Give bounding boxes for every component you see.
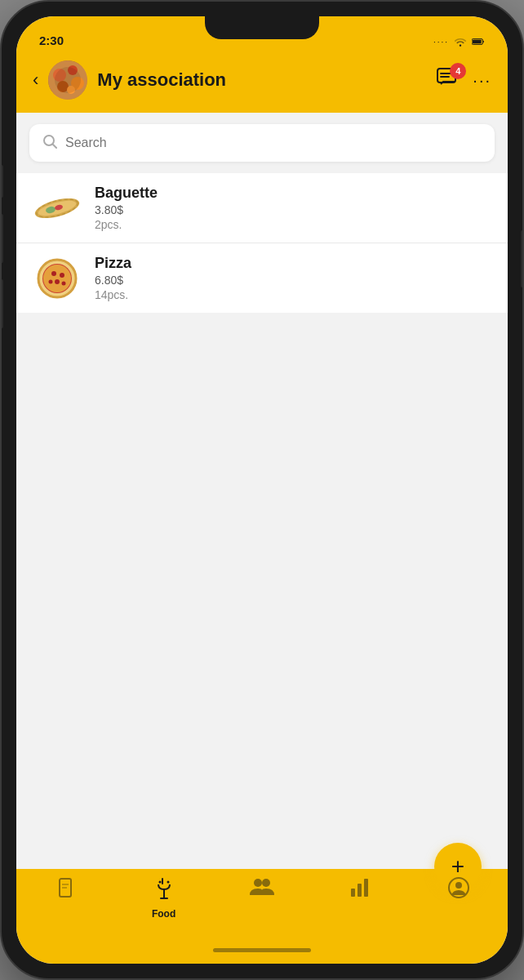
status-icons: ···· <box>433 36 485 47</box>
svg-rect-8 <box>55 67 81 93</box>
account-icon <box>448 877 469 903</box>
svg-rect-28 <box>62 887 67 889</box>
more-button[interactable]: ··· <box>473 71 491 90</box>
item-image-pizza <box>33 258 82 299</box>
svg-point-33 <box>167 881 169 884</box>
nav-item-drink[interactable] <box>16 877 114 905</box>
bottom-nav: Food <box>16 869 508 936</box>
svg-point-34 <box>254 879 262 887</box>
items-list: Baguette 3.80$ 2pcs. <box>16 173 508 313</box>
svg-rect-27 <box>62 884 69 885</box>
page-title: My association <box>97 69 427 91</box>
home-bar <box>213 948 311 952</box>
svg-point-10 <box>44 136 54 145</box>
search-container <box>16 113 508 173</box>
svg-point-32 <box>158 881 161 884</box>
stats-icon <box>349 877 371 902</box>
svg-point-23 <box>49 279 53 283</box>
search-icon <box>42 134 57 152</box>
svg-point-21 <box>60 273 64 278</box>
content-spacer <box>16 319 508 869</box>
svg-rect-1 <box>473 40 482 44</box>
nav-item-people[interactable] <box>213 877 311 902</box>
back-button[interactable]: ‹ <box>33 71 38 89</box>
item-name: Pizza <box>95 255 131 272</box>
svg-rect-31 <box>160 898 168 899</box>
avatar[interactable] <box>48 60 87 100</box>
svg-rect-38 <box>364 879 368 897</box>
svg-rect-29 <box>162 878 163 884</box>
list-item[interactable]: Pizza 6.80$ 14pcs. <box>16 243 508 313</box>
drink-icon <box>56 877 75 905</box>
phone-frame: 2:30 ···· ‹ <box>0 0 524 980</box>
nav-item-account[interactable] <box>410 877 508 903</box>
item-name: Baguette <box>95 185 158 202</box>
content-area: Baguette 3.80$ 2pcs. <box>16 113 508 869</box>
header: ‹ My association <box>16 52 508 113</box>
nav-item-food[interactable]: Food <box>114 877 212 920</box>
svg-point-24 <box>62 281 66 285</box>
phone-screen: 2:30 ···· ‹ <box>16 16 508 964</box>
nav-item-stats[interactable] <box>311 877 409 902</box>
food-icon <box>153 877 175 905</box>
search-input[interactable] <box>65 136 482 150</box>
people-icon <box>250 877 274 902</box>
svg-rect-30 <box>163 889 165 898</box>
item-image-baguette <box>33 188 82 229</box>
svg-point-20 <box>51 271 56 276</box>
header-actions: 4 ··· <box>437 68 491 92</box>
item-qty: 2pcs. <box>95 218 158 231</box>
item-price: 3.80$ <box>95 203 158 216</box>
status-time: 2:30 <box>39 33 64 47</box>
wifi-icon <box>454 36 467 47</box>
svg-rect-37 <box>357 884 362 897</box>
item-info-pizza: Pizza 6.80$ 14pcs. <box>95 255 131 301</box>
svg-point-40 <box>455 882 462 889</box>
home-indicator <box>16 936 508 964</box>
notification-button[interactable]: 4 <box>437 68 460 92</box>
item-qty: 14pcs. <box>95 288 131 301</box>
notification-badge: 4 <box>450 63 466 79</box>
nav-label-food: Food <box>152 908 175 920</box>
item-price: 6.80$ <box>95 274 131 287</box>
svg-rect-36 <box>351 889 355 897</box>
svg-point-22 <box>55 279 60 284</box>
svg-point-19 <box>43 265 71 292</box>
svg-point-35 <box>262 879 270 887</box>
battery-icon <box>472 36 485 47</box>
signal-dots-icon: ···· <box>433 38 449 47</box>
list-item[interactable]: Baguette 3.80$ 2pcs. <box>16 173 508 243</box>
search-bar <box>29 124 495 162</box>
notch <box>205 16 319 39</box>
item-info-baguette: Baguette 3.80$ 2pcs. <box>95 185 158 231</box>
